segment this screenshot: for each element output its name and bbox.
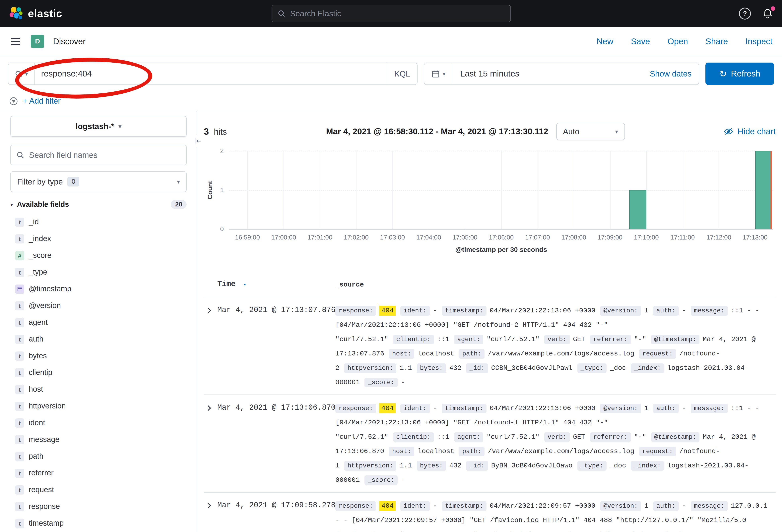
field-item-message[interactable]: tmessage <box>15 431 187 448</box>
source-field-value: - <box>433 405 437 412</box>
source-field-pill: ident: <box>400 404 430 413</box>
source-field-value: 404 <box>380 306 396 316</box>
string-field-icon: t <box>15 234 24 243</box>
show-dates-button[interactable]: Show dates <box>650 69 691 78</box>
field-item-@version[interactable]: t@version <box>15 297 187 314</box>
inspect-button[interactable]: Inspect <box>746 37 773 46</box>
chevron-down-icon: ▾ <box>177 179 180 185</box>
source-field-value: 404 <box>380 501 396 511</box>
gridline <box>574 151 574 229</box>
doc-source: response:404ident:-timestamp:04/Mar/2021… <box>335 304 776 390</box>
string-field-icon: t <box>15 318 24 327</box>
global-search-input[interactable] <box>290 9 505 18</box>
refresh-icon: ↻ <box>719 69 727 78</box>
chevron-down-icon: ▾ <box>442 71 446 77</box>
field-item-path[interactable]: tpath <box>15 448 187 465</box>
source-field-pill: _score: <box>364 476 398 485</box>
new-button[interactable]: New <box>597 37 613 46</box>
calendar-button[interactable]: ▾ <box>424 63 453 84</box>
field-item-request[interactable]: trequest <box>15 482 187 498</box>
field-name: @version <box>29 301 61 310</box>
field-item-host[interactable]: thost <box>15 381 187 398</box>
field-item-httpversion[interactable]: thttpversion <box>15 398 187 414</box>
source-field-value: 04/Mar/2021:22:13:06 +0000 <box>490 307 596 314</box>
field-item-_index[interactable]: t_index <box>15 230 187 247</box>
field-name: _score <box>29 251 51 260</box>
expand-doc-button[interactable] <box>205 405 211 411</box>
source-field-pill: message: <box>691 501 728 511</box>
source-field-pill: message: <box>691 404 728 413</box>
save-button[interactable]: Save <box>631 37 650 46</box>
chevron-down-icon: ▾ <box>615 129 618 134</box>
gridline <box>465 151 465 229</box>
gridline <box>229 229 773 230</box>
source-field-pill: httpversion: <box>344 364 396 373</box>
field-search-input[interactable] <box>29 150 181 160</box>
chart-bar[interactable] <box>755 151 772 229</box>
x-tick-label: 17:07:00 <box>525 234 550 241</box>
index-pattern-selector[interactable]: logstash-* ▾ <box>10 116 187 137</box>
field-item-referrer[interactable]: treferrer <box>15 465 187 482</box>
x-tick-label: 17:09:00 <box>598 234 623 241</box>
field-item-clientip[interactable]: tclientip <box>15 364 187 381</box>
global-actions: ? <box>739 8 773 20</box>
field-item-bytes[interactable]: tbytes <box>15 347 187 364</box>
source-column-header: _source <box>335 278 776 292</box>
field-item-_type[interactable]: t_type <box>15 264 187 280</box>
x-tick-label: 17:04:00 <box>416 234 441 241</box>
share-button[interactable]: Share <box>705 37 728 46</box>
string-field-icon: t <box>15 435 24 444</box>
field-item-timestamp[interactable]: ttimestamp <box>15 515 187 532</box>
source-field-value: - <box>682 502 686 510</box>
source-field-pill: @version: <box>600 306 641 316</box>
field-item-@timestamp[interactable]: @timestamp <box>15 280 187 297</box>
source-field-pill: auth: <box>653 501 678 511</box>
field-search-box[interactable] <box>10 145 187 165</box>
histogram-chart: Count 01216:59:0017:00:0017:01:0017:02:0… <box>204 151 776 267</box>
expand-doc-button[interactable] <box>205 503 211 508</box>
field-item-_score[interactable]: #_score <box>15 247 187 264</box>
time-column-header[interactable]: Time ▾ <box>217 278 335 292</box>
field-item-agent[interactable]: tagent <box>15 314 187 331</box>
discover-app-icon[interactable]: D <box>31 35 44 48</box>
field-name: auth <box>29 335 43 343</box>
notifications-icon[interactable] <box>762 8 773 19</box>
field-item-ident[interactable]: tident <box>15 414 187 431</box>
source-field-value: 04/Mar/2021:22:09:57 +0000 <box>490 502 596 510</box>
collapse-sidebar-button[interactable] <box>192 135 204 147</box>
brand-name: elastic <box>28 7 62 20</box>
string-field-icon: t <box>15 468 24 478</box>
expand-doc-button[interactable] <box>205 308 211 313</box>
refresh-button[interactable]: ↻ Refresh <box>705 63 774 85</box>
query-language-button[interactable]: KQL <box>387 63 417 84</box>
field-list: t_idt_index#_scoret_type@timestampt@vers… <box>10 214 187 532</box>
query-input[interactable] <box>35 63 387 84</box>
source-field-value: 432 <box>449 462 461 469</box>
add-filter-button[interactable]: + Add filter <box>23 97 61 106</box>
help-icon[interactable]: ? <box>739 8 751 20</box>
time-range-value[interactable]: Last 15 minutes <box>460 69 520 78</box>
global-search-box[interactable] <box>271 5 511 22</box>
filter-icon[interactable] <box>9 96 19 106</box>
field-name: response <box>29 502 60 511</box>
field-name: agent <box>29 318 48 327</box>
source-field-value: /var/www/example.com/logs/access.log <box>488 350 635 357</box>
hits-count: 3 hits <box>204 126 227 137</box>
source-field-pill: agent: <box>454 432 483 442</box>
string-field-icon: t <box>15 485 24 494</box>
hide-chart-button[interactable]: Hide chart <box>724 127 776 136</box>
field-item-_id[interactable]: t_id <box>15 214 187 230</box>
menu-button[interactable] <box>9 36 22 47</box>
elastic-home-link[interactable]: elastic <box>9 6 62 21</box>
chart-bar[interactable] <box>629 190 646 229</box>
filter-by-type-dropdown[interactable]: Filter by type 0 ▾ <box>10 172 187 192</box>
interval-select[interactable]: Auto ▾ <box>556 123 625 140</box>
field-item-auth[interactable]: tauth <box>15 331 187 347</box>
string-field-icon: t <box>15 268 24 277</box>
field-item-response[interactable]: tresponse <box>15 498 187 515</box>
available-fields-header[interactable]: ▾ Available fields 20 <box>10 200 187 209</box>
string-field-icon: t <box>15 418 24 427</box>
chevron-down-icon: ▾ <box>10 202 13 207</box>
saved-query-menu-button[interactable]: ▾ <box>8 63 35 84</box>
open-button[interactable]: Open <box>668 37 688 46</box>
